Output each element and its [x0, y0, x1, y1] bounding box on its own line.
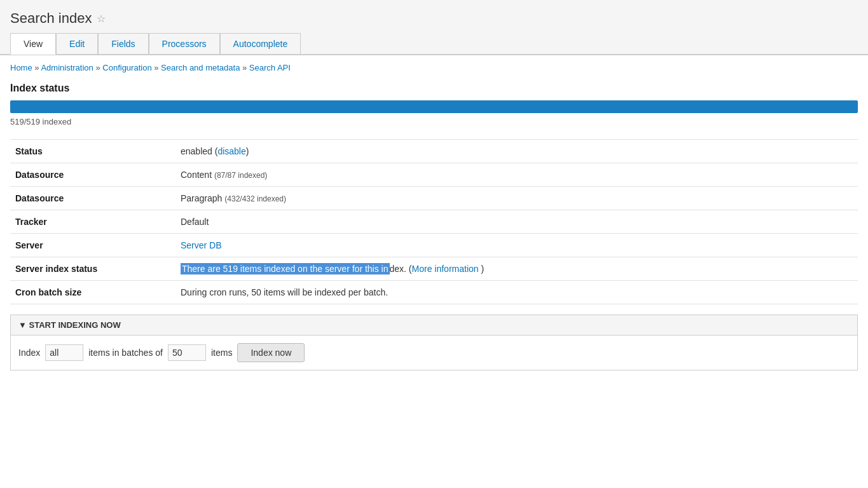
- tabs-container: View Edit Fields Processors Autocomplete: [10, 33, 858, 54]
- tab-edit[interactable]: Edit: [56, 33, 98, 54]
- indexing-header[interactable]: ▼ START INDEXING NOW: [11, 315, 857, 336]
- page-title-text: Search index: [10, 10, 92, 27]
- main-content: Home » Administration » Configuration » …: [0, 55, 868, 378]
- value-server: Server DB: [176, 234, 858, 257]
- value-server-index-status: There are 519 items indexed on the serve…: [176, 257, 858, 281]
- batch-size-input[interactable]: [168, 344, 206, 361]
- row-datasource-paragraph: Datasource Paragraph (432/432 indexed): [10, 187, 858, 210]
- value-tracker: Default: [176, 210, 858, 234]
- label-status: Status: [10, 140, 176, 163]
- row-datasource-content: Datasource Content (87/87 indexed): [10, 163, 858, 187]
- indexing-body: Index items in batches of items Index no…: [11, 336, 857, 370]
- index-all-input[interactable]: [45, 344, 83, 361]
- tab-processors[interactable]: Processors: [149, 33, 220, 54]
- page-title: Search index ☆: [10, 5, 858, 30]
- progress-bar-container: [10, 100, 858, 113]
- index-status-title: Index status: [10, 83, 858, 94]
- label-cron-batch-size: Cron batch size: [10, 281, 176, 304]
- datasource-paragraph-count: (432/432 indexed): [224, 194, 286, 203]
- breadcrumb: Home » Administration » Configuration » …: [10, 63, 858, 72]
- label-server-index-status: Server index status: [10, 257, 176, 281]
- row-tracker: Tracker Default: [10, 210, 858, 234]
- value-datasource-content: Content (87/87 indexed): [176, 163, 858, 187]
- indexing-section: ▼ START INDEXING NOW Index items in batc…: [10, 315, 858, 370]
- value-status: enabled (disable): [176, 140, 858, 163]
- tab-view[interactable]: View: [10, 33, 56, 55]
- breadcrumb-configuration[interactable]: Configuration: [102, 63, 151, 72]
- batches-label: items in batches of: [88, 348, 163, 358]
- info-table: Status enabled (disable) Datasource Cont…: [10, 139, 858, 304]
- label-datasource-paragraph: Datasource: [10, 187, 176, 210]
- tab-autocomplete[interactable]: Autocomplete: [220, 33, 301, 54]
- star-icon[interactable]: ☆: [97, 13, 106, 25]
- server-db-link[interactable]: Server DB: [181, 240, 222, 250]
- disable-link[interactable]: disable: [217, 146, 245, 156]
- breadcrumb-administration[interactable]: Administration: [41, 63, 93, 72]
- highlighted-server-status: There are 519 items indexed on the serve…: [181, 263, 390, 274]
- breadcrumb-search-api[interactable]: Search API: [249, 63, 291, 72]
- page-header: Search index ☆ View Edit Fields Processo…: [0, 0, 868, 55]
- label-datasource-content: Datasource: [10, 163, 176, 187]
- items-label: items: [211, 348, 232, 358]
- progress-bar-fill: [10, 100, 858, 113]
- index-now-button[interactable]: Index now: [237, 343, 305, 362]
- progress-label: 519/519 indexed: [10, 117, 858, 126]
- tab-fields[interactable]: Fields: [98, 33, 148, 54]
- label-server: Server: [10, 234, 176, 257]
- row-server: Server Server DB: [10, 234, 858, 257]
- datasource-content-count: (87/87 indexed): [214, 171, 267, 180]
- value-cron-batch-size: During cron runs, 50 items will be index…: [176, 281, 858, 304]
- breadcrumb-search-and-metadata[interactable]: Search and metadata: [161, 63, 240, 72]
- row-cron-batch-size: Cron batch size During cron runs, 50 ite…: [10, 281, 858, 304]
- row-status: Status enabled (disable): [10, 140, 858, 163]
- more-information-link[interactable]: More information: [412, 264, 479, 274]
- row-server-index-status: Server index status There are 519 items …: [10, 257, 858, 281]
- indexing-header-text: ▼ START INDEXING NOW: [18, 320, 121, 330]
- index-prefix: Index: [18, 348, 40, 358]
- label-tracker: Tracker: [10, 210, 176, 234]
- value-datasource-paragraph: Paragraph (432/432 indexed): [176, 187, 858, 210]
- breadcrumb-home[interactable]: Home: [10, 63, 32, 72]
